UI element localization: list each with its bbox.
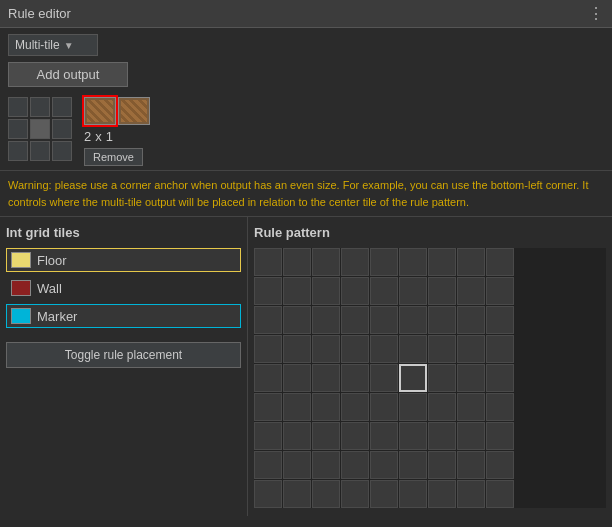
rule-cell[interactable]	[312, 335, 340, 363]
toggle-rule-button[interactable]: Toggle rule placement	[6, 342, 241, 368]
tile-cell-6[interactable]	[52, 119, 72, 139]
remove-button[interactable]: Remove	[84, 148, 143, 166]
rule-cell[interactable]	[399, 364, 427, 392]
rule-cell[interactable]	[457, 306, 485, 334]
rule-cell[interactable]	[399, 248, 427, 276]
rule-cell[interactable]	[341, 277, 369, 305]
rule-cell[interactable]	[428, 306, 456, 334]
rule-cell[interactable]	[254, 306, 282, 334]
rule-cell[interactable]	[399, 393, 427, 421]
tile-cell-9[interactable]	[52, 141, 72, 161]
rule-cell[interactable]	[341, 451, 369, 479]
rule-cell[interactable]	[428, 335, 456, 363]
rule-cell[interactable]	[457, 451, 485, 479]
rule-cell[interactable]	[312, 306, 340, 334]
tile-cell-7[interactable]	[8, 141, 28, 161]
rule-cell[interactable]	[341, 335, 369, 363]
tile-cell-1[interactable]	[8, 97, 28, 117]
rule-cell[interactable]	[428, 422, 456, 450]
rule-cell[interactable]	[399, 277, 427, 305]
rule-cell[interactable]	[428, 364, 456, 392]
output-tile-2[interactable]	[118, 97, 150, 125]
rule-cell[interactable]	[428, 277, 456, 305]
rule-cell[interactable]	[341, 480, 369, 508]
rule-cell[interactable]	[370, 451, 398, 479]
rule-cell[interactable]	[341, 248, 369, 276]
rule-cell[interactable]	[341, 393, 369, 421]
rule-cell[interactable]	[399, 335, 427, 363]
rule-cell[interactable]	[254, 480, 282, 508]
add-output-button[interactable]: Add output	[8, 62, 128, 87]
rule-cell[interactable]	[428, 393, 456, 421]
rule-cell[interactable]	[486, 451, 514, 479]
rule-cell[interactable]	[283, 306, 311, 334]
rule-cell[interactable]	[312, 451, 340, 479]
tile-item-wall[interactable]: Wall	[6, 276, 241, 300]
rule-cell[interactable]	[254, 364, 282, 392]
rule-cell[interactable]	[341, 422, 369, 450]
rule-cell[interactable]	[457, 422, 485, 450]
rule-cell[interactable]	[312, 393, 340, 421]
rule-cell[interactable]	[428, 451, 456, 479]
rule-cell[interactable]	[399, 480, 427, 508]
rule-cell[interactable]	[370, 480, 398, 508]
rule-cell[interactable]	[283, 480, 311, 508]
rule-cell[interactable]	[254, 393, 282, 421]
rule-cell[interactable]	[283, 277, 311, 305]
tile-cell-4[interactable]	[8, 119, 28, 139]
rule-cell[interactable]	[457, 277, 485, 305]
rule-cell[interactable]	[283, 335, 311, 363]
rule-cell[interactable]	[457, 393, 485, 421]
rule-cell[interactable]	[486, 422, 514, 450]
rule-cell[interactable]	[283, 248, 311, 276]
rule-cell[interactable]	[312, 364, 340, 392]
tile-item-marker[interactable]: Marker	[6, 304, 241, 328]
output-tile-1[interactable]	[84, 97, 116, 125]
rule-cell[interactable]	[370, 393, 398, 421]
rule-cell[interactable]	[370, 422, 398, 450]
rule-cell[interactable]	[254, 248, 282, 276]
rule-cell[interactable]	[283, 422, 311, 450]
rule-cell[interactable]	[312, 277, 340, 305]
tile-item-floor[interactable]: Floor	[6, 248, 241, 272]
tile-cell-3[interactable]	[52, 97, 72, 117]
rule-cell[interactable]	[486, 306, 514, 334]
rule-cell[interactable]	[399, 306, 427, 334]
rule-cell[interactable]	[428, 480, 456, 508]
tile-cell-5[interactable]	[30, 119, 50, 139]
rule-cell[interactable]	[457, 364, 485, 392]
rule-cell[interactable]	[428, 248, 456, 276]
rule-cell[interactable]	[486, 393, 514, 421]
rule-cell[interactable]	[486, 335, 514, 363]
rule-cell[interactable]	[370, 335, 398, 363]
rule-cell[interactable]	[254, 422, 282, 450]
rule-cell[interactable]	[457, 248, 485, 276]
rule-cell[interactable]	[399, 451, 427, 479]
rule-cell[interactable]	[283, 393, 311, 421]
rule-cell[interactable]	[370, 277, 398, 305]
rule-cell[interactable]	[254, 277, 282, 305]
rule-cell[interactable]	[254, 451, 282, 479]
rule-cell[interactable]	[283, 451, 311, 479]
rule-cell[interactable]	[341, 306, 369, 334]
rule-cell[interactable]	[283, 364, 311, 392]
rule-cell[interactable]	[370, 306, 398, 334]
menu-icon[interactable]: ⋮	[588, 4, 604, 23]
rule-cell[interactable]	[399, 422, 427, 450]
tile-cell-2[interactable]	[30, 97, 50, 117]
rule-cell[interactable]	[486, 480, 514, 508]
rule-cell[interactable]	[486, 277, 514, 305]
rule-cell[interactable]	[312, 422, 340, 450]
rule-cell[interactable]	[312, 248, 340, 276]
rule-cell[interactable]	[312, 480, 340, 508]
rule-cell[interactable]	[486, 248, 514, 276]
mode-dropdown[interactable]: Multi-tile ▼	[8, 34, 98, 56]
tile-cell-8[interactable]	[30, 141, 50, 161]
rule-cell[interactable]	[370, 364, 398, 392]
rule-cell[interactable]	[370, 248, 398, 276]
rule-cell[interactable]	[254, 335, 282, 363]
rule-cell[interactable]	[457, 480, 485, 508]
rule-cell[interactable]	[341, 364, 369, 392]
rule-cell[interactable]	[486, 364, 514, 392]
rule-cell[interactable]	[457, 335, 485, 363]
